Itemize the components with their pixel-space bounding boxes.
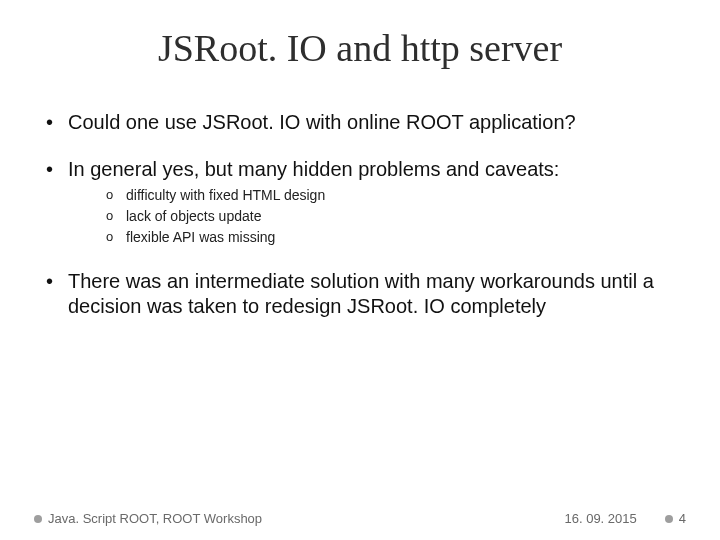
footer-source: Java. Script ROOT, ROOT Workshop (48, 511, 262, 526)
page-number: 4 (679, 511, 686, 526)
sub-bullet-item: lack of objects update (68, 207, 680, 226)
footer-date: 16. 09. 2015 (564, 511, 636, 526)
bullet-text: In general yes, but many hidden problems… (68, 158, 559, 180)
footer-right: 16. 09. 2015 4 (564, 511, 686, 526)
bullet-item: In general yes, but many hidden problems… (40, 157, 680, 247)
slide-title: JSRoot. IO and http server (0, 0, 720, 88)
sub-bullet-list: difficulty with fixed HTML design lack o… (68, 186, 680, 247)
bullet-list: Could one use JSRoot. IO with online ROO… (40, 110, 680, 319)
bullet-dot-icon (34, 515, 42, 523)
slide-footer: Java. Script ROOT, ROOT Workshop 16. 09.… (0, 511, 720, 526)
footer-left: Java. Script ROOT, ROOT Workshop (34, 511, 262, 526)
sub-bullet-item: difficulty with fixed HTML design (68, 186, 680, 205)
sub-bullet-item: flexible API was missing (68, 228, 680, 247)
bullet-dot-icon (665, 515, 673, 523)
bullet-item: There was an intermediate solution with … (40, 269, 680, 319)
slide: JSRoot. IO and http server Could one use… (0, 0, 720, 540)
bullet-item: Could one use JSRoot. IO with online ROO… (40, 110, 680, 135)
slide-body: Could one use JSRoot. IO with online ROO… (0, 110, 720, 319)
